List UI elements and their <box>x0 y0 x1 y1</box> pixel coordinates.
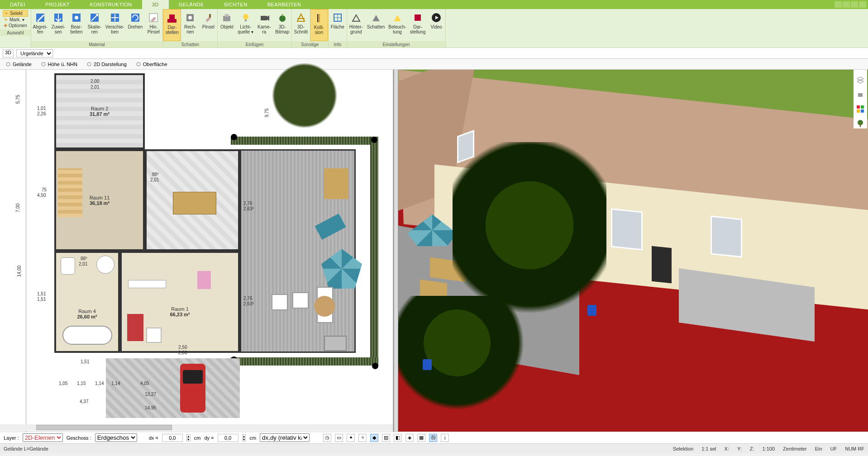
schatten2-icon <box>370 12 382 24</box>
hinpinsel-button[interactable]: Hin. Pinsel <box>144 9 162 41</box>
tab-bearbeiten[interactable]: BEARBEITEN <box>258 0 311 9</box>
abgreifen-button[interactable]: Abgrei- fen <box>31 9 49 41</box>
tab-sichten[interactable]: SICHTEN <box>214 0 258 9</box>
h-scrollbar[interactable] <box>0 424 393 431</box>
tool-clock-icon[interactable]: ◷ <box>323 434 331 442</box>
hintergrund-button[interactable]: Hinter- grund <box>347 9 365 41</box>
svg-point-29 <box>137 62 140 66</box>
flaeche-button[interactable]: Fläche <box>329 9 347 41</box>
3dschnitt-button[interactable]: 3D- Schnitt <box>292 9 310 41</box>
dim: 7,00 <box>15 204 20 212</box>
flaeche-icon <box>332 12 343 24</box>
color-palette-icon[interactable] <box>855 104 865 114</box>
rechnen-icon <box>184 12 196 24</box>
svg-rect-9 <box>169 14 175 20</box>
tool-north-icon[interactable]: Ⓝ <box>429 434 437 442</box>
tool-hatch-icon[interactable]: ▨ <box>382 434 390 442</box>
pane-2d[interactable]: Raum 231,87 m² 2,00 2,01 1,01 2,26 Raum … <box>0 70 394 432</box>
tab-projekt[interactable]: PROJEKT <box>35 0 80 9</box>
rechnen-button[interactable]: Rech- nen <box>181 9 199 41</box>
tool-grid-icon[interactable]: ▦ <box>417 434 425 442</box>
svg-rect-14 <box>225 14 229 17</box>
mark-button[interactable]: Mark. ▾ <box>3 17 28 23</box>
svg-point-3 <box>75 16 78 19</box>
objekt-button[interactable]: Objekt <box>218 9 236 41</box>
lichtquelle-icon <box>240 12 252 24</box>
dim: 2,00 <box>91 79 99 84</box>
svg-rect-32 <box>861 105 864 109</box>
pinsel-button[interactable]: Pinsel <box>199 9 217 41</box>
kollision-button[interactable]: Kolli- sion <box>310 9 328 41</box>
dim: 88⁵ <box>152 172 159 177</box>
view-mode[interactable]: 3D <box>3 49 14 57</box>
pot-3d <box>423 359 432 370</box>
terrain-node[interactable] <box>371 137 377 143</box>
chair-view-icon[interactable] <box>855 90 865 100</box>
group-auswahl: Selekt Mark. ▾ ✚ Optionen Auswahl <box>0 9 31 48</box>
opt-oberflaeche[interactable]: Oberfläche <box>133 61 170 68</box>
dx-input[interactable] <box>162 434 183 442</box>
tab-datei[interactable]: DATEI <box>0 0 35 9</box>
dim: 4,37 <box>80 399 88 404</box>
3dbitmap-icon <box>277 12 288 24</box>
darstellen-button[interactable]: Dar- stellen <box>163 9 181 41</box>
tool-snap2-icon[interactable]: ✧ <box>358 434 367 442</box>
tab-konstruktion[interactable]: KONSTRUKTION <box>80 0 142 9</box>
3dschnitt-icon <box>295 12 307 24</box>
optionen-button[interactable]: ✚ Optionen <box>3 23 28 28</box>
selekt-button[interactable]: Selekt <box>3 10 28 17</box>
schatten2-button[interactable]: Schatten <box>365 9 386 41</box>
status-num: NUM RF <box>845 446 864 451</box>
table-icon <box>173 192 216 214</box>
terrain-node[interactable] <box>231 134 237 140</box>
room-1[interactable]: Raum 166,23 m² <box>120 251 240 353</box>
video-button[interactable]: Video <box>427 9 445 41</box>
drehen-button[interactable]: Drehen <box>126 9 145 41</box>
kamera-button[interactable]: Kame- ra <box>255 9 273 41</box>
close-icon[interactable] <box>859 1 866 8</box>
dy-stepper[interactable]: ▲▼ <box>242 434 246 442</box>
layers-icon[interactable] <box>855 75 865 85</box>
tab-gelaende[interactable]: GELÄNDE <box>169 0 214 9</box>
view-name-select[interactable]: Urgelände <box>16 49 53 57</box>
opt-gelaende[interactable]: Gelände <box>3 61 34 68</box>
room-3[interactable]: Raum 345,42 m² <box>145 149 240 251</box>
dx-label: dx = <box>149 435 158 441</box>
tool-3d-icon[interactable]: ◈ <box>405 434 414 442</box>
bearbeiten-button[interactable]: Bear- beiten <box>67 9 86 41</box>
opt-2d[interactable]: 2D Darstellung <box>84 61 129 68</box>
terrain-node[interactable] <box>372 363 378 369</box>
tool-snap1-icon[interactable]: ✦ <box>347 434 355 442</box>
gear-icon <box>136 62 141 67</box>
pane-3d[interactable] <box>398 70 868 432</box>
darstellung-icon <box>412 12 424 24</box>
darstellung-button[interactable]: Dar- stellung <box>408 9 427 41</box>
sink-icon <box>96 256 114 274</box>
bearbeiten-icon <box>71 12 82 24</box>
opt-hoehe[interactable]: Höhe ü. NHN <box>38 61 80 68</box>
verschieben-button[interactable]: Verschie- ben <box>104 9 126 41</box>
plant-icon[interactable] <box>855 119 865 128</box>
pane-splitter[interactable] <box>394 70 398 432</box>
tool-ortho-icon[interactable]: ◆ <box>370 434 378 442</box>
zuweisen-button[interactable]: Zuwei- sen <box>49 9 67 41</box>
lichtquelle-button[interactable]: Licht- quelle ▾ <box>236 9 255 41</box>
ruler-vertical <box>0 70 26 432</box>
help-icon[interactable] <box>835 1 842 8</box>
maximize-icon[interactable] <box>851 1 858 8</box>
dx-stepper[interactable]: ▲▼ <box>186 434 191 442</box>
room-2[interactable]: Raum 231,87 m² <box>54 73 145 149</box>
tool-layer-icon[interactable]: ◧ <box>394 434 402 442</box>
gear-icon <box>41 62 46 67</box>
skalieren-button[interactable]: Skalie- ren <box>86 9 104 41</box>
tool-monitor-icon[interactable]: ▭ <box>335 434 343 442</box>
beleuchtung-button[interactable]: Beleuch- tung <box>386 9 408 41</box>
minimize-icon[interactable] <box>843 1 850 8</box>
layer-select[interactable]: 2D-Elemen <box>23 433 63 442</box>
geschoss-select[interactable]: Erdgeschos <box>95 433 137 442</box>
coord-mode-select[interactable]: dx,dy (relativ ka <box>260 433 310 442</box>
tab-3d[interactable]: 3D <box>142 0 169 9</box>
dy-input[interactable] <box>218 434 238 442</box>
tool-info-icon[interactable]: i <box>441 434 449 442</box>
3dbitmap-button[interactable]: 3D- Bitmap <box>273 9 291 41</box>
